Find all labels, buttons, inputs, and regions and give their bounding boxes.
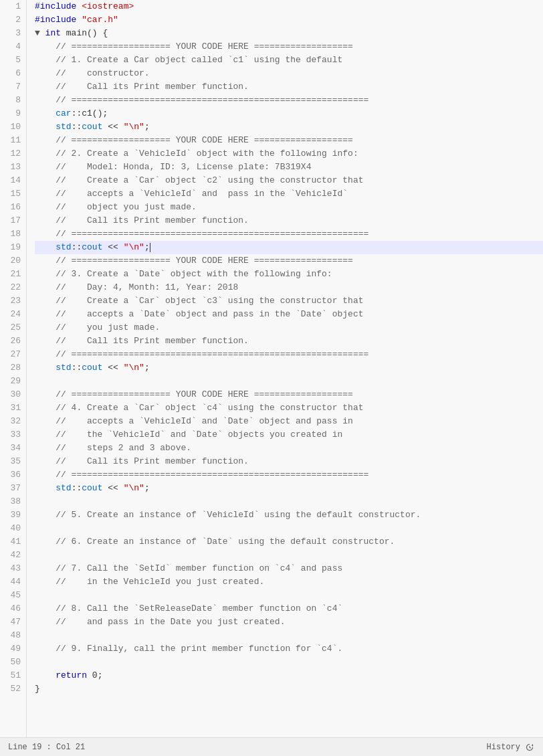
table-row[interactable]: // =================== YOUR CODE HERE ==… [35,134,543,147]
table-row[interactable]: // Create a `Car` object `c2` using the … [35,174,543,187]
code-token: :: [72,363,82,373]
table-row[interactable]: // Day: 4, Month: 11, Year: 2018 [35,281,543,294]
code-token: // Call its Print member function. [35,456,249,466]
table-row[interactable] [35,375,543,388]
line-number: 46 [8,602,21,616]
table-row[interactable] [35,656,543,669]
table-row[interactable]: // you just made. [35,321,543,335]
code-area[interactable]: 1234567891011121314151617181920212223242… [0,0,543,737]
table-row[interactable]: // Call its Print member function. [35,214,543,227]
table-row[interactable]: std::cout << "\n"; [35,120,543,134]
table-row[interactable]: // constructor. [35,67,543,80]
code-token: << [102,483,123,493]
table-row[interactable]: // Model: Honda, ID: 3, License plate: 7… [35,161,543,174]
table-row[interactable] [35,629,543,642]
line-number: 52 [8,682,21,696]
table-row[interactable]: // in the VehicleId you just created. [35,575,543,589]
table-row[interactable]: // 7. Call the `SetId` member function o… [35,562,543,575]
table-row[interactable]: return 0; [35,669,543,682]
code-token: :: [72,122,82,132]
table-row[interactable]: // =====================================… [35,348,543,361]
table-row[interactable]: // =================== YOUR CODE HERE ==… [35,388,543,401]
table-row[interactable]: // 8. Call the `SetReleaseDate` member f… [35,602,543,616]
table-row[interactable]: ▼ int main() { [35,27,543,40]
line-number: 37 [8,482,21,495]
line-number: 43 [8,562,21,575]
line-number: 17 [8,214,21,227]
line-number: 31 [8,401,21,415]
line-number: 10 [8,120,21,134]
table-row[interactable]: // =====================================… [35,94,543,107]
table-row[interactable]: std::cout << "\n"; [35,241,543,254]
history-label[interactable]: History [487,743,520,752]
code-token: ::c1(); [72,108,108,118]
line-number: 4 [8,40,21,54]
code-content[interactable]: #include <iostream>#include "car.h"▼ int… [27,0,543,737]
table-row[interactable]: // =====================================… [35,468,543,482]
table-row[interactable] [35,549,543,562]
status-right[interactable]: History [487,742,535,753]
code-token: // 7. Call the `SetId` member function o… [35,563,342,573]
table-row[interactable]: // Create a `Car` object `c3` using the … [35,294,543,308]
table-row[interactable]: // Call its Print member function. [35,455,543,468]
code-token: #include [35,15,76,25]
code-token: // =====================================… [35,470,368,480]
code-token: << [102,363,123,373]
code-token: 0; [87,670,102,680]
line-number: 35 [8,455,21,468]
line-number: 49 [8,642,21,656]
table-row[interactable]: std::cout << "\n"; [35,361,543,375]
code-token: // 4. Create a `Car` object `c4` using t… [35,403,363,413]
table-row[interactable]: // the `VehicleId` and `Date` objects yo… [35,428,543,442]
table-row[interactable]: // accepts a `VehicleId` and pass in the… [35,187,543,201]
line-number: 23 [8,294,21,308]
table-row[interactable]: // and pass in the Date you just created… [35,616,543,629]
table-row[interactable]: // 1. Create a Car object called `c1` us… [35,54,543,67]
code-token [35,122,56,132]
code-token: // 5. Create an instance of `VehicleId` … [35,510,421,520]
table-row[interactable]: std::cout << "\n"; [35,482,543,495]
table-row[interactable] [35,495,543,508]
table-row[interactable]: // 3. Create a `Date` object with the fo… [35,268,543,281]
code-token: <iostream> [82,1,134,11]
line-number: 5 [8,54,21,67]
line-number: 41 [8,535,21,549]
code-token: car [56,108,71,118]
table-row[interactable]: car::c1(); [35,107,543,120]
line-number: 47 [8,616,21,629]
table-row[interactable]: // Call its Print member function. [35,335,543,348]
code-token: :: [72,242,82,252]
table-row[interactable]: // accepts a `Date` object and pass in t… [35,308,543,321]
code-token: cout [82,122,102,132]
table-row[interactable]: #include <iostream> [35,0,543,13]
table-row[interactable]: // 6. Create an instance of `Date` using… [35,535,543,549]
table-row[interactable]: // accepts a `VehicleId` and `Date` obje… [35,415,543,428]
table-row[interactable] [35,589,543,602]
table-row[interactable]: // =====================================… [35,227,543,241]
table-row[interactable]: // Call its Print member function. [35,80,543,94]
fold-icon[interactable]: ▼ [35,28,45,38]
table-row[interactable]: // object you just made. [35,201,543,214]
line-number: 48 [8,629,21,642]
code-token: std [56,363,71,373]
table-row[interactable]: // 9. Finally, call the print member fun… [35,642,543,656]
table-row[interactable]: // =================== YOUR CODE HERE ==… [35,40,543,54]
code-token: ; [144,483,150,493]
history-icon[interactable] [524,742,535,753]
code-token: // accepts a `VehicleId` and `Date` obje… [35,416,353,426]
line-numbers: 1234567891011121314151617181920212223242… [0,0,27,737]
table-row[interactable]: // 4. Create a `Car` object `c4` using t… [35,401,543,415]
table-row[interactable]: #include "car.h" [35,13,543,27]
code-token: ; [144,363,150,373]
table-row[interactable]: // 2. Create a `VehicleId` object with t… [35,147,543,161]
code-token: cout [82,483,102,493]
table-row[interactable]: // 5. Create an instance of `VehicleId` … [35,508,543,522]
table-row[interactable]: // =================== YOUR CODE HERE ==… [35,254,543,268]
code-token: // Create a `Car` object `c2` using the … [35,175,363,185]
code-token: :: [72,483,82,493]
code-token: // the `VehicleId` and `Date` objects yo… [35,430,342,440]
table-row[interactable]: // steps 2 and 3 above. [35,442,543,455]
table-row[interactable]: } [35,682,543,696]
code-token: // 8. Call the `SetReleaseDate` member f… [35,603,342,613]
table-row[interactable] [35,522,543,535]
